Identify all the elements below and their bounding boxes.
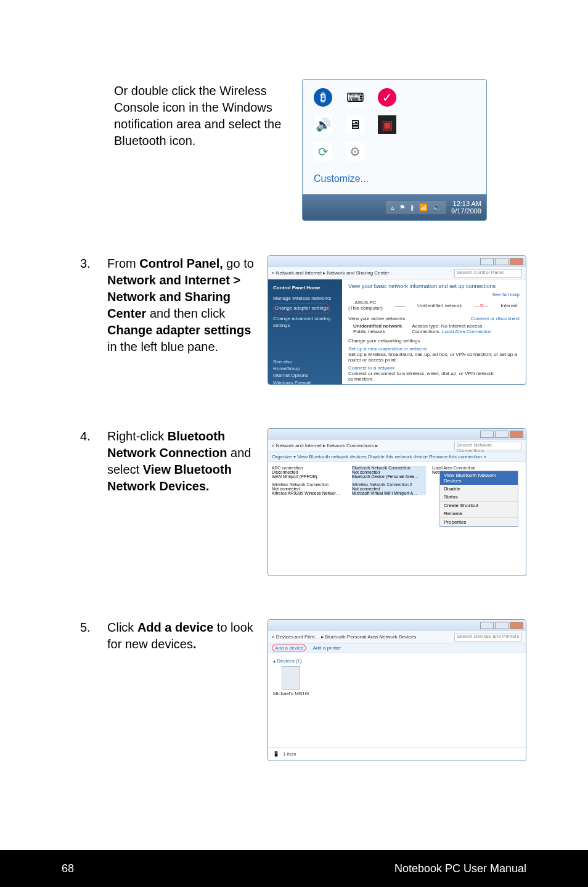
manage-wireless-link: Manage wireless networks	[273, 295, 337, 302]
full-map-link: See full map	[492, 292, 520, 297]
change-adapter-link: Change adapter settings	[273, 303, 330, 313]
tray-vol-icon: 🔈	[433, 204, 441, 212]
step-number: 3.	[80, 255, 95, 385]
connection-item: Bluetooth Network ConnectionNot connecte…	[352, 466, 426, 495]
menu-view-bt-devices: View Bluetooth Network Devices	[440, 471, 518, 485]
device-status-icon: 📱	[273, 751, 279, 757]
step-4-text: Right-click Bluetooth Network Connection…	[107, 428, 255, 576]
security-icon: ✓	[378, 88, 396, 107]
network-connections-screenshot: « Network and Internet ▸ Network Connect…	[267, 428, 526, 576]
page-footer: 68 Notebook PC User Manual	[0, 850, 588, 887]
step-number: 4.	[80, 428, 95, 576]
change-settings-label: Change your networking settings	[348, 338, 520, 344]
taskbar-time: 12:13 AM	[451, 200, 481, 207]
devices-screenshot: « Devices and Print… ▸ Bluetooth Persona…	[267, 619, 526, 761]
tray-flag-icon: ⚑	[399, 204, 406, 212]
context-menu: View Bluetooth Network Devices Disable S…	[439, 471, 518, 527]
close-icon	[510, 258, 523, 265]
homegroup-link: HomeGroup	[273, 365, 337, 372]
breadcrumb: « Network and Internet ▸ Network Connect…	[272, 443, 452, 448]
device-icon	[282, 666, 300, 690]
add-printer-button: Add a printer	[313, 645, 341, 651]
see-also-label: See also	[273, 358, 337, 365]
status-text: 1 item	[283, 751, 296, 757]
menu-disable: Disable	[440, 485, 518, 493]
bluetooth-icon: ₿	[314, 88, 332, 107]
settings-icon: ⚙	[346, 142, 364, 161]
app-icon: ▣	[378, 115, 396, 134]
ns-heading: View your basic network information and …	[348, 283, 520, 289]
tray-bt-icon: ∦	[410, 204, 414, 212]
connect-disconnect-link: Connect or disconnect	[470, 316, 520, 321]
maximize-icon	[495, 431, 508, 438]
step-3-text: From Control Panel, go to Network and In…	[107, 255, 255, 385]
taskbar-date: 9/17/2009	[451, 207, 481, 215]
close-icon	[510, 431, 523, 438]
search-input: Search Control Panel	[454, 269, 522, 278]
menu-properties: Properties	[440, 518, 518, 526]
network-sharing-screenshot: « Network and Internet ▸ Network and Sha…	[267, 255, 526, 385]
display-icon: 🖥	[346, 115, 364, 134]
menu-status: Status	[440, 493, 518, 501]
minimize-icon	[480, 622, 494, 629]
search-input: Search Network Connections	[454, 442, 522, 450]
menu-rename: Rename	[440, 510, 518, 518]
volume-icon: 🔊	[314, 115, 332, 134]
step-5-text: Click Add a device to look for new devic…	[107, 619, 255, 761]
minimize-icon	[480, 431, 494, 438]
notification-area-screenshot: ₿ ⌨ ✓ 🔊 🖥 ▣ ⟳ ⚙ Customize...	[302, 79, 487, 221]
breadcrumb: « Network and Internet ▸ Network and Sha…	[272, 270, 452, 276]
tray-net-icon: 📶	[419, 204, 428, 212]
menu-shortcut: Create Shortcut	[440, 501, 518, 510]
breadcrumb: « Devices and Print… ▸ Bluetooth Persona…	[272, 634, 452, 640]
connection-item: ABC connectionDisconnectedWAN Miniport (…	[272, 466, 346, 495]
minimize-icon	[480, 258, 494, 265]
control-panel-home: Control Panel Home	[273, 284, 337, 291]
manual-title: Notebook PC User Manual	[394, 862, 526, 875]
input-icon: ⌨	[346, 88, 364, 107]
customize-link: Customize...	[303, 170, 486, 194]
tray-up-icon: ▵	[391, 204, 394, 212]
maximize-icon	[495, 622, 508, 629]
internet-options-link: Internet Options	[273, 372, 337, 379]
toolbar: Organize ▾ View Bluetooth network device…	[268, 452, 526, 462]
search-input: Search Devices and Printers	[454, 633, 522, 642]
add-device-button: Add a device	[272, 645, 306, 651]
maximize-icon	[495, 258, 508, 265]
advanced-sharing-link: Change advanced sharing settings	[273, 315, 337, 329]
device-item: Michael's MB16i	[273, 666, 309, 696]
devices-section: ▴ Devices (1)	[273, 658, 521, 664]
step-number: 5.	[80, 619, 95, 761]
close-icon	[510, 622, 523, 629]
page-number: 68	[62, 862, 74, 875]
sync-icon: ⟳	[314, 142, 332, 161]
active-networks-label: View your active networks	[348, 316, 405, 321]
firewall-link: Windows Firewall	[273, 379, 337, 386]
intro-paragraph: Or double click the Wireless Console ico…	[80, 79, 290, 221]
